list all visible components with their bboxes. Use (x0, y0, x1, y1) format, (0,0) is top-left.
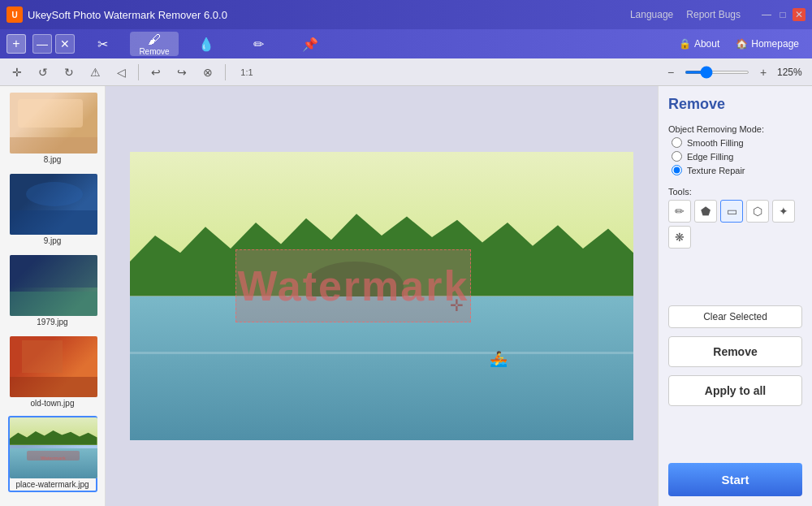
app-logo: U (6, 6, 23, 23)
poly-icon: ⬡ (753, 205, 762, 218)
pin-icon: 📌 (302, 37, 318, 52)
lock-icon: 🔒 (679, 38, 691, 50)
mode-smooth[interactable]: Smooth Filling (672, 137, 802, 148)
title-bar: U UkeySoft Photo Watermark Remover 6.0.0… (0, 0, 812, 29)
retouch-tool-button[interactable]: 💧 (182, 32, 231, 56)
image-toolbar: ✛ ↺ ↻ ⚠ ◁ ↩ ↪ ⊗ 1:1 − + 125% (0, 58, 812, 86)
zoom-value: 125% (777, 67, 806, 78)
thumb-label: 8.jpg (10, 154, 96, 166)
clear-button[interactable]: ⊗ (197, 62, 218, 83)
mode-edge[interactable]: Edge Filling (672, 151, 802, 162)
list-item[interactable]: 8.jpg (8, 91, 97, 167)
thumb-label: 1979.jpg (10, 316, 96, 328)
toolbar-separator-1 (138, 64, 139, 80)
tools-label: Tools: (668, 187, 802, 197)
thumbnail-image: Watermark (10, 417, 97, 478)
mode-edge-radio[interactable] (672, 151, 682, 162)
apply-to-all-button[interactable]: Apply to all (668, 375, 802, 406)
language-link[interactable]: Language (630, 9, 673, 20)
watermark-selection[interactable]: Watermark ✛ (235, 249, 471, 322)
redo-button[interactable]: ↪ (171, 62, 192, 83)
mode-label: Object Removing Mode: (668, 124, 802, 134)
crosshair-button[interactable]: ✛ (6, 62, 28, 83)
eraser-icon: ⬟ (701, 205, 710, 218)
undo-button[interactable]: ↩ (145, 62, 166, 83)
brush-icon: ✏ (675, 205, 685, 218)
zoom-controls: − + 125% (660, 62, 806, 83)
mode-section: Object Removing Mode: Smooth Filling Edg… (668, 124, 802, 175)
rotate-ccw-button[interactable]: ↺ (32, 62, 54, 83)
list-item[interactable]: old-town.jpg (8, 335, 97, 411)
ratio-button[interactable]: 1:1 (232, 62, 261, 83)
report-bugs-link[interactable]: Report Bugs (686, 9, 741, 20)
window-controls: — □ ✕ (760, 8, 806, 21)
mode-texture[interactable]: Texture Repair (672, 165, 802, 175)
fill-tool-button[interactable]: ❋ (668, 226, 691, 249)
list-item[interactable]: 1979.jpg (8, 253, 97, 330)
mode-edge-label: Edge Filling (687, 152, 733, 162)
homepage-button[interactable]: 🏠 Homepage (729, 35, 806, 53)
mode-texture-label: Texture Repair (687, 166, 745, 175)
minimize-button[interactable]: — (760, 8, 773, 21)
watermark-text: Watermark (238, 262, 469, 310)
rotate-cw-button[interactable]: ↻ (58, 62, 80, 83)
thumb-label: place-watermark.jpg (10, 478, 96, 491)
mode-radio-group: Smooth Filling Edge Filling Texture Repa… (668, 137, 802, 175)
title-bar-right: Language Report Bugs — □ ✕ (630, 8, 806, 21)
remove-file-button[interactable]: — (32, 34, 52, 54)
close-file-button[interactable]: ✕ (55, 34, 75, 54)
remove-label: Remove (139, 47, 169, 56)
clear-selected-button[interactable]: Clear Selected (668, 305, 802, 328)
canvas-area[interactable]: 🚣 Watermark ✛ (106, 86, 658, 506)
thumbnail-image (10, 255, 97, 316)
main-toolbar: + — ✕ ✂ 🖌 Remove 💧 ✏ 📌 🔒 About 🏠 Homepag… (0, 29, 812, 58)
remove-button[interactable]: Remove (668, 336, 802, 367)
fill-icon: ❋ (675, 231, 685, 244)
mode-smooth-label: Smooth Filling (687, 138, 744, 148)
start-button[interactable]: Start (668, 463, 802, 496)
thumb-label: old-town.jpg (10, 397, 96, 409)
brush-tool-button[interactable]: ✏ (668, 200, 691, 223)
toolbar-separator-2 (225, 64, 226, 80)
add-file-button[interactable]: + (6, 34, 26, 54)
crop-tool-button[interactable]: ✂ (78, 32, 127, 56)
eraser-tool-button[interactable]: ⬟ (694, 200, 717, 223)
magic-wand-tool-button[interactable]: ✦ (772, 200, 795, 223)
paint-tool-button[interactable]: ✏ (234, 32, 283, 56)
panel-title: Remove (668, 96, 802, 113)
file-sidebar: 8.jpg 9.jpg 1979.jpg old-town.jpg (0, 86, 106, 506)
homepage-label: Homepage (751, 38, 799, 50)
mode-smooth-radio[interactable] (672, 137, 682, 148)
panel-spacer (668, 257, 802, 297)
remove-icon: 🖌 (148, 32, 161, 47)
list-item[interactable]: 9.jpg (8, 172, 97, 249)
rect-tool-button[interactable]: ▭ (720, 200, 743, 223)
water-reflection-layer (130, 352, 633, 354)
pin-tool-button[interactable]: 📌 (286, 32, 335, 56)
zoom-out-button[interactable]: − (660, 62, 681, 83)
paint-icon: ✏ (253, 37, 264, 52)
home-icon: 🏠 (736, 38, 748, 50)
poly-tool-button[interactable]: ⬡ (746, 200, 769, 223)
zoom-in-button[interactable]: + (753, 62, 774, 83)
main-image: 🚣 Watermark ✛ (130, 152, 633, 440)
main-content: 8.jpg 9.jpg 1979.jpg old-town.jpg (0, 86, 812, 506)
thumbnail-image (10, 93, 97, 154)
mode-texture-radio[interactable] (672, 165, 682, 175)
remove-tool-button[interactable]: 🖌 Remove (130, 32, 179, 56)
retouch-icon: 💧 (198, 37, 214, 52)
about-button[interactable]: 🔒 About (672, 35, 726, 53)
flip-button[interactable]: ⚠ (84, 62, 106, 83)
zoom-slider[interactable] (685, 71, 749, 74)
move-cursor-icon[interactable]: ✛ (450, 296, 464, 315)
crop-icon: ✂ (97, 37, 108, 52)
magic-wand-icon: ✦ (779, 205, 788, 218)
maximize-button[interactable]: □ (776, 8, 789, 21)
about-label: About (694, 38, 719, 50)
thumbnail-image (10, 174, 97, 235)
flip-h-button[interactable]: ◁ (110, 62, 132, 83)
right-panel: Remove Object Removing Mode: Smooth Fill… (658, 86, 812, 506)
close-button[interactable]: ✕ (793, 8, 806, 21)
tools-row: ✏ ⬟ ▭ ⬡ ✦ ❋ (668, 200, 802, 249)
list-item[interactable]: Watermark place-watermark.jpg (8, 416, 97, 492)
